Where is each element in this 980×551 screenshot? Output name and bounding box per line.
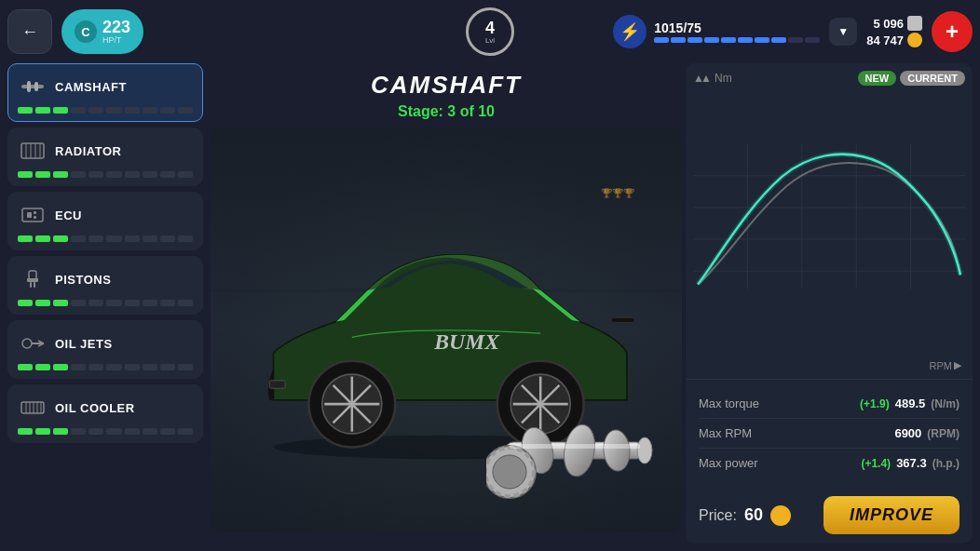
max-power-unit: (h.p.)	[932, 457, 960, 470]
level-badge: C 223 HP/T	[61, 9, 143, 54]
max-torque-row: Max torque (+1.9) 489.5 (N/m)	[699, 389, 960, 419]
svg-rect-40	[269, 381, 285, 388]
bar-seg	[53, 171, 68, 178]
energy-pip	[755, 37, 769, 43]
max-power-label: Max power	[699, 456, 758, 470]
pistons-icon	[18, 264, 48, 294]
nm-label: ▲ ▲ Nm	[693, 72, 732, 85]
svg-point-44	[560, 423, 598, 479]
energy-pip	[721, 37, 736, 43]
gold-row: 84 747	[866, 33, 922, 47]
bar-seg	[143, 171, 157, 178]
bar-seg	[106, 428, 121, 435]
sidebar-item-pistons[interactable]: PISTONS	[7, 256, 203, 315]
sidebar-item-top: CAMSHAFT	[18, 72, 193, 101]
sidebar-item-oil-jets[interactable]: OIL JETS	[7, 320, 203, 379]
center-area: CAMSHAFT Stage: 3 of 10 🏆🏆🏆	[211, 63, 682, 551]
level-label: Lvl	[485, 36, 495, 45]
bar-seg	[160, 107, 175, 114]
max-rpm-unit: (RPM)	[927, 427, 960, 440]
bar-seg	[53, 364, 68, 370]
bar-seg	[71, 107, 86, 114]
stats-area: Max torque (+1.9) 489.5 (N/m) Max RPM 69…	[686, 379, 973, 487]
camshaft-label: CAMSHAFT	[55, 80, 127, 94]
svg-rect-1	[27, 81, 31, 92]
svg-rect-8	[22, 208, 43, 222]
hp-value: 223	[102, 19, 130, 35]
class-icon: C	[75, 20, 97, 43]
energy-pip	[805, 37, 820, 43]
chart-area: ▲ ▲ Nm NEW CURRENT	[686, 63, 973, 379]
part-title: CAMSHAFT	[211, 71, 682, 100]
sidebar-item-oil-cooler[interactable]: OIL COOLER	[7, 384, 203, 443]
bar-seg	[71, 428, 86, 435]
price-gold-icon	[770, 505, 791, 526]
svg-rect-9	[27, 212, 32, 218]
bar-seg	[178, 300, 193, 306]
energy-pip	[671, 37, 686, 43]
new-badge: NEW	[858, 71, 897, 86]
bar-seg	[106, 107, 121, 114]
bar-seg	[35, 171, 50, 178]
bar-seg	[143, 300, 157, 306]
bar-seg	[88, 107, 103, 114]
max-rpm-number: 6900	[894, 426, 921, 440]
max-torque-label: Max torque	[699, 396, 759, 410]
bar-seg	[160, 300, 175, 306]
bar-seg	[143, 235, 157, 242]
svg-point-49	[637, 437, 652, 464]
top-bar: ← C 223 HP/T 4 Lvl ⚡ 1015/75	[7, 7, 973, 56]
bar-seg	[160, 171, 175, 178]
camshaft-bars	[18, 107, 193, 114]
bar-seg	[125, 235, 140, 242]
chart-badges: NEW CURRENT	[858, 71, 965, 86]
rpm-label: RPM ▶	[930, 359, 961, 371]
sidebar-item-ecu[interactable]: ECU	[7, 192, 203, 250]
svg-rect-15	[34, 282, 35, 288]
level-number: 4	[485, 20, 495, 36]
chart-header: ▲ ▲ Nm NEW CURRENT	[693, 71, 965, 86]
sidebar-item-camshaft[interactable]: CAMSHAFT	[7, 63, 203, 122]
bar-seg	[71, 171, 86, 178]
bar-seg	[88, 300, 103, 306]
current-badge: CURRENT	[900, 71, 965, 86]
oil-jets-label: OIL JETS	[55, 337, 113, 351]
bar-seg	[88, 171, 103, 178]
improve-button[interactable]: IMPROVE	[823, 496, 960, 534]
svg-rect-0	[21, 85, 44, 88]
camshaft-icon	[18, 72, 48, 101]
bar-seg	[88, 428, 103, 435]
car-inner: 🏆🏆🏆	[211, 128, 682, 531]
right-panel: ▲ ▲ Nm NEW CURRENT	[686, 63, 973, 544]
bar-seg	[160, 235, 175, 242]
bar-seg	[35, 300, 50, 306]
bar-seg	[18, 428, 33, 435]
add-currency-button[interactable]: +	[932, 11, 973, 52]
sidebar-item-radiator[interactable]: RADIATOR	[7, 128, 203, 186]
ecu-icon	[18, 200, 48, 230]
bar-seg	[106, 364, 121, 370]
bar-seg	[18, 235, 33, 242]
bar-seg	[125, 364, 140, 370]
bar-seg	[71, 364, 86, 370]
energy-pip	[704, 37, 719, 43]
svg-rect-10	[34, 211, 36, 214]
max-rpm-label: Max RPM	[699, 426, 752, 440]
back-button[interactable]: ←	[7, 9, 52, 54]
bar-seg	[178, 235, 193, 242]
svg-rect-20	[21, 402, 44, 413]
max-torque-value: (+1.9) 489.5 (N/m)	[860, 396, 960, 410]
max-torque-number: 489.5	[895, 396, 926, 410]
energy-icon: ⚡	[613, 15, 647, 48]
bar-seg	[143, 107, 157, 114]
radiator-bars	[18, 171, 193, 178]
bar-seg	[71, 300, 86, 306]
max-torque-unit: (N/m)	[931, 397, 960, 410]
bar-seg	[53, 235, 68, 242]
ecu-bars	[18, 235, 193, 242]
svg-rect-2	[34, 82, 38, 91]
energy-pip	[788, 37, 803, 43]
bar-seg	[160, 364, 175, 370]
back-icon: ←	[21, 22, 38, 42]
energy-dropdown-button[interactable]: ▼	[829, 18, 857, 46]
